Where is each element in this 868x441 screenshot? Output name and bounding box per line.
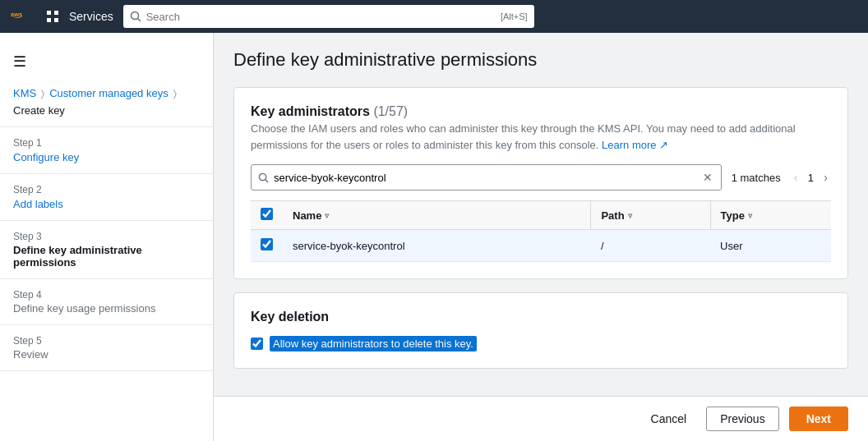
- step5-text: Review: [13, 348, 200, 361]
- next-button[interactable]: Next: [789, 407, 848, 431]
- breadcrumb-cmk[interactable]: Customer managed keys: [49, 87, 169, 99]
- step3-current: Define key administrativepermissions: [13, 244, 200, 269]
- learn-more-link[interactable]: Learn more ↗: [602, 139, 668, 151]
- col-type-header: Type: [721, 209, 745, 222]
- services-label[interactable]: Services: [69, 10, 113, 23]
- type-sort-icon[interactable]: ▿: [748, 211, 752, 220]
- svg-rect-3: [47, 18, 51, 22]
- svg-point-5: [131, 12, 138, 20]
- table-search-input[interactable]: [274, 172, 696, 184]
- svg-line-8: [265, 179, 268, 181]
- table-search-icon: [258, 172, 269, 183]
- administrators-table: Name▿ Path▿ Type▿ service-byok-keycontro…: [251, 200, 831, 262]
- step4-text: Define key usage permissions: [13, 302, 200, 315]
- aws-logo: aws: [10, 8, 36, 25]
- step1-link[interactable]: Configure key: [13, 151, 79, 163]
- top-navigation: aws Services [Alt+S]: [0, 0, 868, 33]
- previous-button[interactable]: Previous: [706, 407, 778, 431]
- table-search[interactable]: ✕: [251, 164, 722, 191]
- breadcrumb: KMS 〉 Customer managed keys 〉 Create key: [0, 80, 213, 126]
- step5-num: Step 5: [13, 335, 200, 347]
- step3-num: Step 3: [13, 231, 200, 242]
- key-admin-title: Key administrators (1/57): [251, 104, 831, 119]
- svg-rect-1: [47, 11, 51, 15]
- key-admin-count: (1/57): [373, 104, 408, 118]
- table-row: service-byok-keycontrol / User: [251, 230, 831, 262]
- breadcrumb-kms[interactable]: KMS: [13, 87, 36, 99]
- allow-deletion-label: Allow key administrators to delete this …: [270, 336, 477, 351]
- svg-point-7: [259, 173, 265, 180]
- row-type: User: [710, 230, 831, 262]
- breadcrumb-sep-2: 〉: [173, 88, 177, 99]
- search-shortcut: [Alt+S]: [501, 11, 528, 21]
- pagination-number: 1: [804, 172, 817, 184]
- path-sort-icon[interactable]: ▿: [628, 211, 632, 220]
- step2-num: Step 2: [13, 184, 200, 195]
- sidebar-step-4: Step 4 Define key usage permissions: [0, 279, 213, 325]
- hamburger-icon[interactable]: ☰: [0, 46, 213, 77]
- search-row: ✕ 1 matches ‹ 1 ›: [251, 164, 831, 191]
- main-content: Define key administrative permissions Ke…: [214, 33, 868, 396]
- step4-num: Step 4: [13, 289, 200, 301]
- footer-bar: Cancel Previous Next: [214, 396, 868, 441]
- row-checkbox[interactable]: [261, 238, 273, 250]
- key-administrators-card: Key administrators (1/57) Choose the IAM…: [233, 87, 848, 279]
- allow-deletion-checkbox[interactable]: [251, 338, 263, 350]
- breadcrumb-current: Create key: [13, 104, 65, 117]
- page-title: Define key administrative permissions: [233, 49, 848, 71]
- svg-text:aws: aws: [11, 11, 22, 18]
- select-all-checkbox[interactable]: [261, 208, 273, 220]
- sidebar-step-3: Step 3 Define key administrativepermissi…: [0, 221, 213, 279]
- col-path-header: Path: [601, 209, 624, 222]
- step1-num: Step 1: [13, 137, 200, 149]
- row-name: service-byok-keycontrol: [283, 230, 591, 262]
- svg-line-6: [137, 19, 141, 22]
- breadcrumb-sep-1: 〉: [41, 88, 44, 99]
- svg-rect-2: [54, 11, 58, 15]
- pagination-prev-button[interactable]: ‹: [791, 169, 801, 186]
- matches-text: 1 matches: [732, 172, 781, 184]
- sidebar-step-5: Step 5 Review: [0, 325, 213, 371]
- sidebar-step-1: Step 1 Configure key: [0, 127, 213, 174]
- grid-icon[interactable]: [46, 10, 59, 23]
- key-deletion-title: Key deletion: [251, 310, 831, 324]
- pagination-controls: ‹ 1 ›: [791, 169, 831, 186]
- sidebar-step-2: Step 2 Add labels: [0, 174, 213, 221]
- deletion-checkbox-row: Allow key administrators to delete this …: [251, 336, 831, 351]
- global-search-bar[interactable]: [Alt+S]: [123, 5, 534, 28]
- row-path: /: [591, 230, 710, 262]
- global-search-input[interactable]: [146, 11, 496, 23]
- sidebar: ☰ KMS 〉 Customer managed keys 〉 Create k…: [0, 33, 214, 441]
- clear-search-button[interactable]: ✕: [701, 171, 714, 184]
- step2-link[interactable]: Add labels: [13, 198, 63, 210]
- cancel-button[interactable]: Cancel: [641, 407, 697, 430]
- pagination-next-button[interactable]: ›: [820, 169, 831, 186]
- col-name-header: Name: [293, 209, 321, 222]
- name-sort-icon[interactable]: ▿: [325, 211, 329, 220]
- svg-rect-4: [54, 18, 58, 22]
- key-admin-desc: Choose the IAM users and roles who can a…: [251, 121, 831, 153]
- search-icon: [130, 11, 141, 22]
- key-deletion-card: Key deletion Allow key administrators to…: [233, 292, 848, 369]
